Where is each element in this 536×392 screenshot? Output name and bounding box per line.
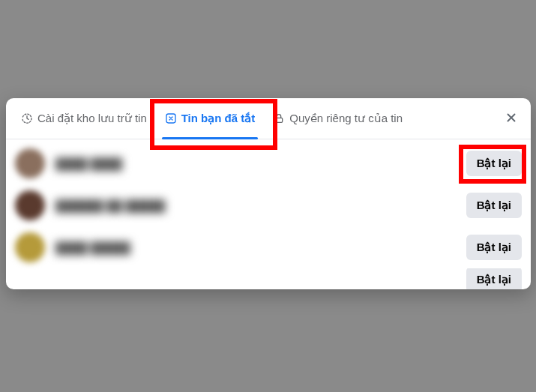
- tab-bar: Cài đặt kho lưu trữ tin Tin bạn đã tắt Q…: [6, 98, 531, 139]
- svg-rect-1: [276, 118, 283, 122]
- close-icon: [505, 111, 518, 124]
- avatar: [15, 148, 45, 178]
- list-item: ████ ████ Bật lại: [15, 142, 522, 184]
- lock-icon: [273, 112, 285, 124]
- unmute-button[interactable]: Bật lại: [466, 193, 522, 218]
- list-item: ██████ ██ █████ Bật lại: [15, 184, 522, 226]
- person-name: ████ █████: [55, 241, 466, 254]
- close-button[interactable]: [499, 106, 523, 130]
- unmute-button[interactable]: Bật lại: [466, 235, 522, 260]
- tab-archive-settings[interactable]: Cài đặt kho lưu trữ tin: [12, 98, 156, 139]
- clock-dashed-icon: [21, 112, 33, 124]
- muted-list: ████ ████ Bật lại ██████ ██ █████ Bật lạ…: [6, 139, 531, 289]
- tab-label: Tin bạn đã tắt: [181, 112, 256, 125]
- list-item: ████ Bật lại: [15, 268, 522, 289]
- unmute-button[interactable]: Bật lại: [466, 151, 522, 176]
- avatar: [15, 232, 45, 262]
- person-name: ██████ ██ █████: [55, 199, 466, 212]
- x-box-icon: [165, 112, 177, 124]
- tab-story-privacy[interactable]: Quyền riêng tư của tin: [264, 98, 412, 139]
- tab-muted-stories[interactable]: Tin bạn đã tắt: [156, 98, 265, 139]
- list-item: ████ █████ Bật lại: [15, 226, 522, 268]
- story-settings-modal: Cài đặt kho lưu trữ tin Tin bạn đã tắt Q…: [6, 98, 531, 289]
- person-name: ████ ████: [55, 157, 466, 170]
- unmute-button[interactable]: Bật lại: [466, 268, 522, 289]
- avatar: [15, 190, 45, 220]
- tab-label: Cài đặt kho lưu trữ tin: [37, 112, 147, 125]
- tab-label: Quyền riêng tư của tin: [289, 112, 403, 125]
